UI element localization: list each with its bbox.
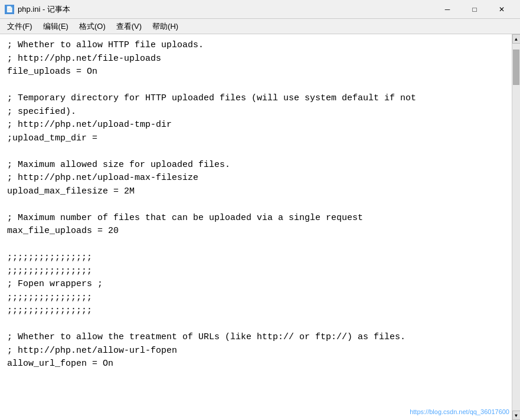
- text-line: [7, 238, 505, 252]
- title-bar: 📄 php.ini - 记事本 ─ □ ✕: [0, 0, 520, 19]
- maximize-button[interactable]: □: [461, 2, 488, 17]
- text-line: ;;;;;;;;;;;;;;;;: [7, 304, 505, 318]
- watermark: https://blog.csdn.net/qq_36017600: [410, 408, 509, 415]
- menu-item[interactable]: 帮助(H): [148, 20, 183, 33]
- text-line: ; http://php.net/file-uploads: [7, 52, 505, 66]
- scroll-track[interactable]: [512, 44, 520, 411]
- text-editor[interactable]: ; Whether to allow HTTP file uploads.; h…: [0, 34, 512, 420]
- text-line: ; specified).: [7, 106, 505, 119]
- text-line: max_file_uploads = 20: [7, 225, 505, 238]
- text-line: [7, 79, 505, 93]
- app-icon: 📄: [5, 5, 14, 14]
- text-line: ;;;;;;;;;;;;;;;;: [7, 291, 505, 305]
- menu-item[interactable]: 编辑(E): [38, 20, 73, 33]
- highlighted-line: upload_max_filesize = 2M: [7, 186, 135, 196]
- close-button[interactable]: ✕: [488, 2, 515, 17]
- scroll-up-arrow[interactable]: ▲: [512, 34, 521, 44]
- text-line: ;upload_tmp_dir =: [7, 132, 505, 146]
- menu-bar: 文件(F)编辑(E)格式(O)查看(V)帮助(H): [0, 19, 520, 34]
- menu-item[interactable]: 查看(V): [112, 20, 146, 33]
- text-line: ;;;;;;;;;;;;;;;;: [7, 265, 505, 278]
- text-line: ; Maximum allowed size for uploaded file…: [7, 159, 505, 172]
- text-line: ; Temporary directory for HTTP uploaded …: [7, 92, 505, 106]
- minimize-button[interactable]: ─: [434, 2, 461, 17]
- text-line: ; http://php.net/upload-tmp-dir: [7, 119, 505, 132]
- text-line: upload_max_filesize = 2M: [7, 185, 505, 199]
- text-line: allow_url_fopen = On: [7, 357, 505, 371]
- text-line: file_uploads = On: [7, 65, 505, 79]
- menu-item[interactable]: 格式(O): [74, 20, 110, 33]
- vertical-scrollbar[interactable]: ▲ ▼: [512, 34, 520, 420]
- scroll-thumb[interactable]: [513, 50, 519, 85]
- menu-item[interactable]: 文件(F): [2, 20, 37, 33]
- text-line: ; http://php.net/allow-url-fopen: [7, 344, 505, 358]
- content-area-outer: ; Whether to allow HTTP file uploads.; h…: [0, 34, 520, 420]
- text-line: [7, 318, 505, 332]
- text-line: ; Fopen wrappers ;: [7, 278, 505, 291]
- text-line: ; Maximum number of files that can be up…: [7, 212, 505, 225]
- text-line: ; Whether to allow the treatment of URLs…: [7, 331, 505, 344]
- text-line: ;;;;;;;;;;;;;;;;: [7, 251, 505, 265]
- window-title: php.ini - 记事本: [18, 4, 70, 15]
- window-controls: ─ □ ✕: [434, 2, 515, 17]
- scroll-down-arrow[interactable]: ▼: [512, 411, 521, 420]
- text-line: ; http://php.net/upload-max-filesize: [7, 172, 505, 185]
- title-bar-left: 📄 php.ini - 记事本: [5, 4, 70, 15]
- text-line: ; Whether to allow HTTP file uploads.: [7, 39, 505, 52]
- text-line: [7, 145, 505, 159]
- text-line: [7, 198, 505, 212]
